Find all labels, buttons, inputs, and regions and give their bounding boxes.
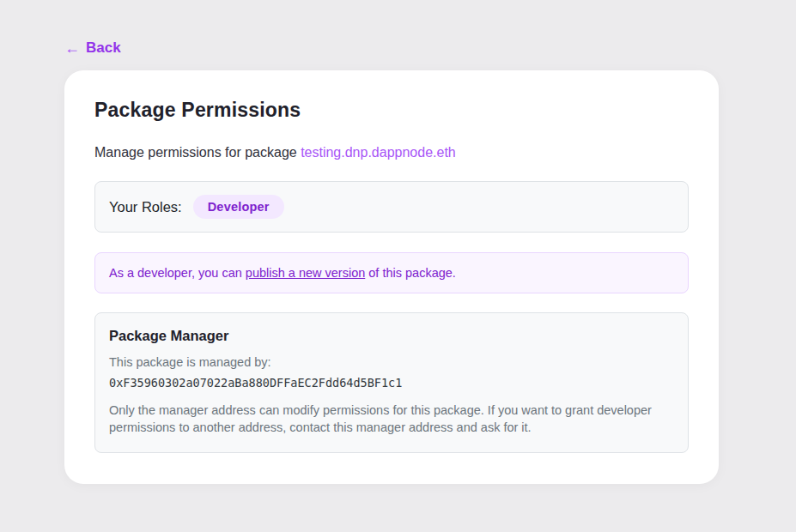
alert-text-after: of this package. bbox=[365, 266, 456, 280]
roles-label: Your Roles: bbox=[109, 199, 182, 215]
manager-note: Only the manager address can modify perm… bbox=[109, 402, 659, 436]
back-label: Back bbox=[86, 39, 121, 57]
back-link[interactable]: ← Back bbox=[64, 39, 121, 57]
alert-text-before: As a developer, you can bbox=[109, 266, 246, 280]
package-name-link[interactable]: testing.dnp.dappnode.eth bbox=[301, 145, 456, 160]
managed-by-label: This package is managed by: bbox=[109, 354, 674, 371]
package-permissions-card: Package Permissions Manage permissions f… bbox=[64, 70, 719, 484]
subtitle: Manage permissions for package testing.d… bbox=[94, 145, 689, 160]
publish-new-version-link[interactable]: publish a new version bbox=[246, 266, 365, 280]
role-badge-developer: Developer bbox=[193, 195, 284, 219]
manager-address: 0xF35960302a07022aBa880DFFaEC2Fdd64d5BF1… bbox=[109, 376, 674, 390]
page-title: Package Permissions bbox=[94, 99, 689, 122]
manager-title: Package Manager bbox=[109, 328, 674, 344]
page: ← Back Package Permissions Manage permis… bbox=[0, 0, 796, 484]
roles-box: Your Roles: Developer bbox=[94, 181, 689, 233]
developer-info-alert: As a developer, you can publish a new ve… bbox=[94, 252, 689, 293]
package-manager-box: Package Manager This package is managed … bbox=[94, 312, 689, 453]
back-arrow-icon: ← bbox=[64, 40, 80, 56]
subtitle-text: Manage permissions for package bbox=[94, 145, 301, 160]
